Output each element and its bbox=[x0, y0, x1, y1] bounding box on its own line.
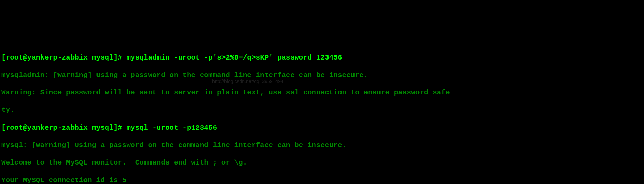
prompt-user-host: root@yankerp-zabbix bbox=[6, 54, 88, 62]
prompt-directory: mysql bbox=[88, 124, 114, 132]
watermark-text: http://blog.csdn.net/qq_39591494 bbox=[212, 79, 283, 84]
output-connection-id: Your MySQL connection id is 5 bbox=[1, 176, 643, 184]
command-mysqladmin: mysqladmin -uroot -p's>2%8=/q>sKP' passw… bbox=[127, 54, 342, 62]
prompt-directory: mysql bbox=[88, 54, 114, 62]
output-warning-1: mysqladmin: [Warning] Using a password o… bbox=[1, 71, 643, 80]
output-warning-2b: ty. bbox=[1, 106, 643, 115]
prompt-hash: # bbox=[118, 124, 126, 132]
prompt-close-bracket: ] bbox=[114, 54, 118, 62]
prompt-close-bracket: ] bbox=[114, 124, 118, 132]
prompt-user-host: root@yankerp-zabbix bbox=[6, 124, 88, 132]
output-mysql-warning: mysql: [Warning] Using a password on the… bbox=[1, 141, 643, 150]
prompt-hash: # bbox=[118, 54, 126, 62]
prompt-open-bracket: [ bbox=[1, 54, 6, 62]
prompt-open-bracket: [ bbox=[1, 124, 6, 132]
terminal-line-1: [root@yankerp-zabbix mysql]# mysqladmin … bbox=[1, 53, 643, 62]
command-mysql: mysql -uroot -p123456 bbox=[127, 124, 217, 132]
terminal-line-5: [root@yankerp-zabbix mysql]# mysql -uroo… bbox=[1, 123, 643, 132]
output-warning-2a: Warning: Since password will be sent to … bbox=[1, 88, 643, 97]
output-welcome: Welcome to the MySQL monitor. Commands e… bbox=[1, 158, 643, 167]
